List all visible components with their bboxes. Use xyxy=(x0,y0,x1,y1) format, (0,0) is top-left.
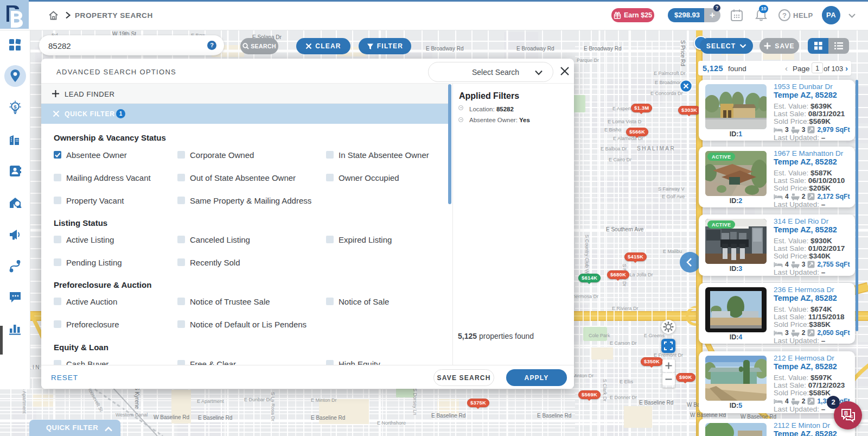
svg-text:B: B xyxy=(844,410,848,416)
svg-text:$: $ xyxy=(14,104,17,110)
svg-text:?: ? xyxy=(782,11,787,20)
